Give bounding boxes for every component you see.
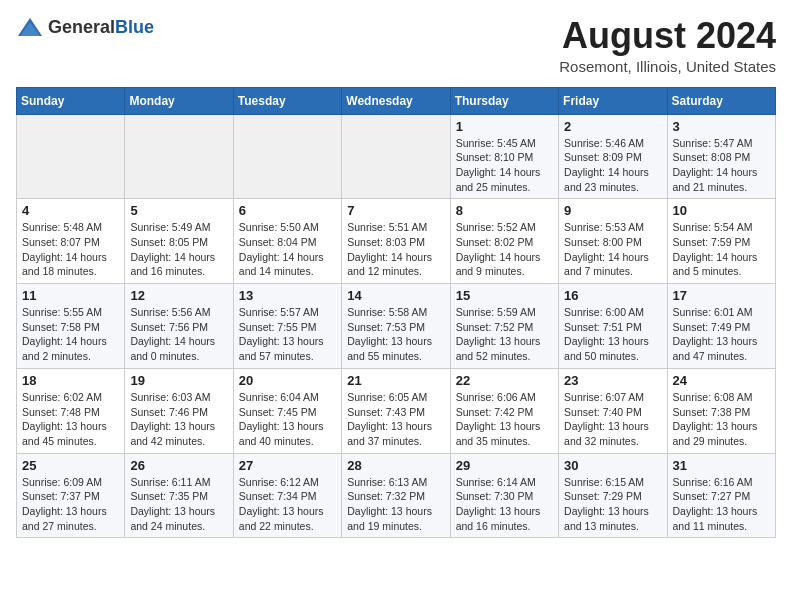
day-number: 17 [673, 288, 770, 303]
logo-icon [16, 16, 44, 38]
calendar-cell: 5Sunrise: 5:49 AM Sunset: 8:05 PM Daylig… [125, 199, 233, 284]
calendar-cell [125, 114, 233, 199]
day-number: 8 [456, 203, 553, 218]
calendar-week-5: 25Sunrise: 6:09 AM Sunset: 7:37 PM Dayli… [17, 453, 776, 538]
day-info: Sunrise: 6:00 AM Sunset: 7:51 PM Dayligh… [564, 305, 661, 364]
day-info: Sunrise: 5:59 AM Sunset: 7:52 PM Dayligh… [456, 305, 553, 364]
calendar-cell: 1Sunrise: 5:45 AM Sunset: 8:10 PM Daylig… [450, 114, 558, 199]
day-number: 22 [456, 373, 553, 388]
logo-text-blue: Blue [115, 17, 154, 37]
logo: GeneralBlue [16, 16, 154, 38]
calendar-cell [342, 114, 450, 199]
day-info: Sunrise: 5:51 AM Sunset: 8:03 PM Dayligh… [347, 220, 444, 279]
calendar-cell: 20Sunrise: 6:04 AM Sunset: 7:45 PM Dayli… [233, 368, 341, 453]
calendar-week-3: 11Sunrise: 5:55 AM Sunset: 7:58 PM Dayli… [17, 284, 776, 369]
calendar-table: SundayMondayTuesdayWednesdayThursdayFrid… [16, 87, 776, 539]
calendar-cell: 4Sunrise: 5:48 AM Sunset: 8:07 PM Daylig… [17, 199, 125, 284]
calendar-cell: 7Sunrise: 5:51 AM Sunset: 8:03 PM Daylig… [342, 199, 450, 284]
calendar-cell: 27Sunrise: 6:12 AM Sunset: 7:34 PM Dayli… [233, 453, 341, 538]
calendar-cell [233, 114, 341, 199]
day-number: 4 [22, 203, 119, 218]
calendar-cell: 10Sunrise: 5:54 AM Sunset: 7:59 PM Dayli… [667, 199, 775, 284]
day-info: Sunrise: 5:52 AM Sunset: 8:02 PM Dayligh… [456, 220, 553, 279]
day-info: Sunrise: 5:57 AM Sunset: 7:55 PM Dayligh… [239, 305, 336, 364]
day-info: Sunrise: 5:53 AM Sunset: 8:00 PM Dayligh… [564, 220, 661, 279]
day-number: 29 [456, 458, 553, 473]
day-info: Sunrise: 6:13 AM Sunset: 7:32 PM Dayligh… [347, 475, 444, 534]
day-info: Sunrise: 5:50 AM Sunset: 8:04 PM Dayligh… [239, 220, 336, 279]
day-info: Sunrise: 6:01 AM Sunset: 7:49 PM Dayligh… [673, 305, 770, 364]
calendar-cell: 22Sunrise: 6:06 AM Sunset: 7:42 PM Dayli… [450, 368, 558, 453]
day-info: Sunrise: 6:12 AM Sunset: 7:34 PM Dayligh… [239, 475, 336, 534]
calendar-header-thursday: Thursday [450, 87, 558, 114]
calendar-cell: 2Sunrise: 5:46 AM Sunset: 8:09 PM Daylig… [559, 114, 667, 199]
day-number: 6 [239, 203, 336, 218]
calendar-header-sunday: Sunday [17, 87, 125, 114]
day-number: 14 [347, 288, 444, 303]
calendar-header-wednesday: Wednesday [342, 87, 450, 114]
calendar-cell: 31Sunrise: 6:16 AM Sunset: 7:27 PM Dayli… [667, 453, 775, 538]
calendar-cell: 17Sunrise: 6:01 AM Sunset: 7:49 PM Dayli… [667, 284, 775, 369]
day-number: 16 [564, 288, 661, 303]
subtitle: Rosemont, Illinois, United States [559, 58, 776, 75]
day-info: Sunrise: 5:58 AM Sunset: 7:53 PM Dayligh… [347, 305, 444, 364]
calendar-header-saturday: Saturday [667, 87, 775, 114]
day-number: 2 [564, 119, 661, 134]
day-number: 10 [673, 203, 770, 218]
day-info: Sunrise: 5:49 AM Sunset: 8:05 PM Dayligh… [130, 220, 227, 279]
day-info: Sunrise: 5:56 AM Sunset: 7:56 PM Dayligh… [130, 305, 227, 364]
day-info: Sunrise: 6:16 AM Sunset: 7:27 PM Dayligh… [673, 475, 770, 534]
day-info: Sunrise: 6:08 AM Sunset: 7:38 PM Dayligh… [673, 390, 770, 449]
calendar-cell: 28Sunrise: 6:13 AM Sunset: 7:32 PM Dayli… [342, 453, 450, 538]
calendar-cell: 24Sunrise: 6:08 AM Sunset: 7:38 PM Dayli… [667, 368, 775, 453]
day-number: 20 [239, 373, 336, 388]
day-number: 30 [564, 458, 661, 473]
day-info: Sunrise: 5:55 AM Sunset: 7:58 PM Dayligh… [22, 305, 119, 364]
day-info: Sunrise: 5:48 AM Sunset: 8:07 PM Dayligh… [22, 220, 119, 279]
day-number: 31 [673, 458, 770, 473]
day-number: 24 [673, 373, 770, 388]
day-info: Sunrise: 6:04 AM Sunset: 7:45 PM Dayligh… [239, 390, 336, 449]
calendar-cell: 16Sunrise: 6:00 AM Sunset: 7:51 PM Dayli… [559, 284, 667, 369]
day-info: Sunrise: 5:45 AM Sunset: 8:10 PM Dayligh… [456, 136, 553, 195]
calendar-cell: 14Sunrise: 5:58 AM Sunset: 7:53 PM Dayli… [342, 284, 450, 369]
calendar-cell: 11Sunrise: 5:55 AM Sunset: 7:58 PM Dayli… [17, 284, 125, 369]
day-info: Sunrise: 6:06 AM Sunset: 7:42 PM Dayligh… [456, 390, 553, 449]
day-number: 26 [130, 458, 227, 473]
day-number: 28 [347, 458, 444, 473]
day-number: 19 [130, 373, 227, 388]
day-number: 9 [564, 203, 661, 218]
day-info: Sunrise: 6:15 AM Sunset: 7:29 PM Dayligh… [564, 475, 661, 534]
calendar-cell: 3Sunrise: 5:47 AM Sunset: 8:08 PM Daylig… [667, 114, 775, 199]
day-info: Sunrise: 6:05 AM Sunset: 7:43 PM Dayligh… [347, 390, 444, 449]
day-number: 7 [347, 203, 444, 218]
day-number: 15 [456, 288, 553, 303]
day-number: 3 [673, 119, 770, 134]
day-info: Sunrise: 5:54 AM Sunset: 7:59 PM Dayligh… [673, 220, 770, 279]
main-title: August 2024 [559, 16, 776, 56]
day-info: Sunrise: 5:46 AM Sunset: 8:09 PM Dayligh… [564, 136, 661, 195]
calendar-cell: 13Sunrise: 5:57 AM Sunset: 7:55 PM Dayli… [233, 284, 341, 369]
calendar-cell: 9Sunrise: 5:53 AM Sunset: 8:00 PM Daylig… [559, 199, 667, 284]
day-info: Sunrise: 6:14 AM Sunset: 7:30 PM Dayligh… [456, 475, 553, 534]
title-area: August 2024 Rosemont, Illinois, United S… [559, 16, 776, 75]
calendar-week-2: 4Sunrise: 5:48 AM Sunset: 8:07 PM Daylig… [17, 199, 776, 284]
day-number: 25 [22, 458, 119, 473]
day-info: Sunrise: 6:11 AM Sunset: 7:35 PM Dayligh… [130, 475, 227, 534]
day-number: 5 [130, 203, 227, 218]
calendar-cell [17, 114, 125, 199]
day-number: 23 [564, 373, 661, 388]
calendar-week-4: 18Sunrise: 6:02 AM Sunset: 7:48 PM Dayli… [17, 368, 776, 453]
calendar-cell: 6Sunrise: 5:50 AM Sunset: 8:04 PM Daylig… [233, 199, 341, 284]
header-row: SundayMondayTuesdayWednesdayThursdayFrid… [17, 87, 776, 114]
calendar-cell: 8Sunrise: 5:52 AM Sunset: 8:02 PM Daylig… [450, 199, 558, 284]
day-info: Sunrise: 6:07 AM Sunset: 7:40 PM Dayligh… [564, 390, 661, 449]
day-number: 21 [347, 373, 444, 388]
page-header: GeneralBlue August 2024 Rosemont, Illino… [16, 16, 776, 75]
calendar-cell: 26Sunrise: 6:11 AM Sunset: 7:35 PM Dayli… [125, 453, 233, 538]
day-number: 1 [456, 119, 553, 134]
calendar-cell: 30Sunrise: 6:15 AM Sunset: 7:29 PM Dayli… [559, 453, 667, 538]
day-number: 12 [130, 288, 227, 303]
day-number: 27 [239, 458, 336, 473]
day-info: Sunrise: 6:03 AM Sunset: 7:46 PM Dayligh… [130, 390, 227, 449]
